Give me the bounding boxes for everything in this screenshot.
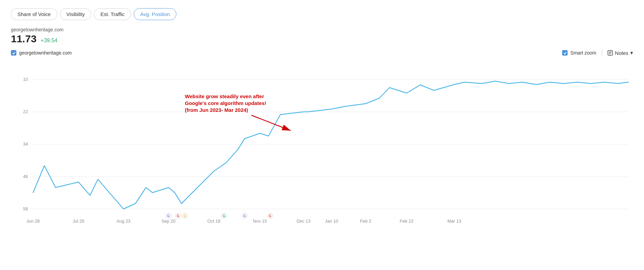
- metric-change: +39.54: [41, 38, 57, 44]
- legend-checkbox[interactable]: [11, 50, 16, 56]
- tab-est-traffic[interactable]: Est. Traffic: [94, 8, 131, 20]
- metric-section: georgetownheritage.com 11.73 +39.54: [11, 27, 633, 45]
- tab-bar: Share of Voice Visibility Est. Traffic A…: [11, 8, 633, 20]
- tab-visibility[interactable]: Visibility: [60, 8, 91, 20]
- chart-area: 10 22 34 46 58 Jun 28 Jul 26 Aug 23 Sep …: [11, 59, 633, 236]
- svg-text:Jan 10: Jan 10: [325, 219, 338, 224]
- svg-text:G: G: [184, 214, 186, 218]
- notes-icon: [608, 50, 613, 56]
- smart-zoom-checkbox[interactable]: [562, 50, 568, 56]
- svg-text:46: 46: [23, 174, 28, 179]
- legend-domain-label: georgetownheritage.com: [19, 50, 72, 56]
- svg-text:G: G: [177, 214, 179, 218]
- svg-text:58: 58: [23, 206, 28, 211]
- svg-text:34: 34: [23, 141, 28, 147]
- svg-text:Jul 26: Jul 26: [73, 219, 85, 224]
- svg-text:Mar 13: Mar 13: [448, 219, 461, 224]
- smart-zoom-label: Smart zoom: [570, 50, 596, 56]
- notes-button[interactable]: Notes ▾: [608, 50, 633, 56]
- svg-text:G: G: [223, 214, 225, 218]
- annotation-line3: (from Jun 2023- Mar 2024): [185, 107, 248, 113]
- svg-text:Aug 23: Aug 23: [116, 219, 130, 224]
- divider: [602, 49, 602, 56]
- svg-text:Feb 2: Feb 2: [360, 219, 371, 224]
- svg-text:Jun 28: Jun 28: [26, 219, 40, 224]
- chart-svg: 10 22 34 46 58 Jun 28 Jul 26 Aug 23 Sep …: [11, 59, 633, 229]
- svg-text:G: G: [243, 214, 246, 218]
- legend-item[interactable]: georgetownheritage.com: [11, 50, 72, 56]
- svg-text:22: 22: [23, 109, 28, 114]
- metric-value-row: 11.73 +39.54: [11, 33, 633, 45]
- right-controls: Smart zoom Notes ▾: [562, 49, 633, 56]
- svg-text:Dec 13: Dec 13: [296, 219, 310, 224]
- svg-line-38: [251, 115, 291, 131]
- annotation-line1: Website grow steadily even after: [185, 93, 264, 99]
- tab-avg-position[interactable]: Avg. Position: [134, 8, 176, 20]
- metric-value: 11.73: [11, 33, 36, 45]
- chart-controls: georgetownheritage.com Smart zoom: [11, 49, 633, 56]
- domain-label: georgetownheritage.com: [11, 27, 633, 32]
- svg-text:Nov 15: Nov 15: [253, 219, 267, 224]
- svg-text:Sep 20: Sep 20: [161, 219, 175, 224]
- annotation-line2: Google's core algorithm updates!: [185, 100, 266, 106]
- svg-text:Feb 22: Feb 22: [400, 219, 413, 224]
- tab-share-of-voice[interactable]: Share of Voice: [11, 8, 57, 20]
- svg-text:G: G: [167, 214, 170, 218]
- smart-zoom-control[interactable]: Smart zoom: [562, 50, 596, 56]
- notes-chevron: ▾: [630, 50, 633, 56]
- notes-label: Notes: [615, 50, 628, 56]
- svg-text:G: G: [269, 214, 272, 218]
- svg-text:10: 10: [23, 77, 28, 82]
- svg-text:Oct 18: Oct 18: [207, 219, 220, 224]
